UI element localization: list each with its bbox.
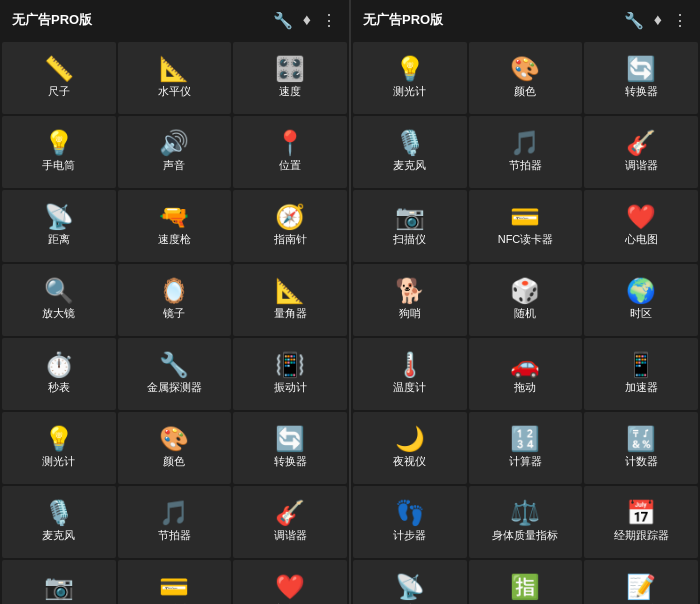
item-label: 秒表: [48, 381, 70, 394]
grid-item[interactable]: 📍 位置: [233, 116, 347, 188]
grid-item[interactable]: 📐 量角器: [233, 264, 347, 336]
right-panel: 无广告PRO版 🔧 ♦ ⋮ 💡 测光计 🎨 颜色 🔄 转换器 🎙️ 麦克风 🎵: [351, 0, 700, 604]
grid-item[interactable]: 🌙 夜视仪: [353, 412, 467, 484]
grid-item[interactable]: 🌡️ 温度计: [353, 338, 467, 410]
item-label: 转换器: [625, 85, 658, 98]
grid-item[interactable]: 💳 NFC读卡器: [118, 560, 232, 604]
item-label: 测光计: [393, 85, 426, 98]
grid-item[interactable]: 🎵 节拍器: [469, 116, 583, 188]
grid-item[interactable]: 🔄 转换器: [233, 412, 347, 484]
grid-item[interactable]: 🔢 计算器: [469, 412, 583, 484]
grid-item[interactable]: 💡 测光计: [353, 42, 467, 114]
grid-item[interactable]: 🐕 狗哨: [353, 264, 467, 336]
grid-item[interactable]: 🎙️ 麦克风: [2, 486, 116, 558]
left-panel: 无广告PRO版 🔧 ♦ ⋮ 📏 尺子 📐 水平仪 🎛️ 速度 💡 手电筒 🔊: [0, 0, 349, 604]
grid-item[interactable]: 🔣 计数器: [584, 412, 698, 484]
item-label: 测光计: [42, 455, 75, 468]
grid-item[interactable]: ⏱️ 秒表: [2, 338, 116, 410]
item-label: 振动计: [274, 381, 307, 394]
item-icon: 👣: [395, 501, 425, 525]
item-icon: 🈯: [510, 575, 540, 599]
grid-item[interactable]: 🔫 速度枪: [118, 190, 232, 262]
item-label: 节拍器: [158, 529, 191, 542]
grid-item[interactable]: 📡 测流仪: [353, 560, 467, 604]
grid-item[interactable]: 🎸 调谐器: [584, 116, 698, 188]
item-icon: 🔣: [626, 427, 656, 451]
right-diamond-icon[interactable]: ♦: [654, 11, 662, 29]
item-icon: 🎙️: [44, 501, 74, 525]
grid-item[interactable]: ❤️ 心电图: [584, 190, 698, 262]
item-label: 随机: [514, 307, 536, 320]
grid-item[interactable]: 🎲 随机: [469, 264, 583, 336]
left-grid: 📏 尺子 📐 水平仪 🎛️ 速度 💡 手电筒 🔊 声音 📍 位置 📡 距离: [0, 40, 349, 604]
item-icon: ⚖️: [510, 501, 540, 525]
item-icon: 🐕: [395, 279, 425, 303]
grid-item[interactable]: 🔧 金属探测器: [118, 338, 232, 410]
wrench-icon[interactable]: 🔧: [273, 11, 293, 30]
grid-item[interactable]: 📏 尺子: [2, 42, 116, 114]
item-label: 指南针: [274, 233, 307, 246]
grid-item[interactable]: 📡 距离: [2, 190, 116, 262]
right-more-icon[interactable]: ⋮: [672, 11, 688, 30]
grid-item[interactable]: 💡 手电筒: [2, 116, 116, 188]
item-icon: 💳: [510, 205, 540, 229]
grid-item[interactable]: 🎵 节拍器: [118, 486, 232, 558]
more-icon[interactable]: ⋮: [321, 11, 337, 30]
grid-item[interactable]: 🈯 翻译器: [469, 560, 583, 604]
item-icon: ❤️: [275, 575, 305, 599]
grid-item[interactable]: 📷 扫描仪: [353, 190, 467, 262]
grid-item[interactable]: 🎨 颜色: [118, 412, 232, 484]
grid-item[interactable]: 📅 经期跟踪器: [584, 486, 698, 558]
item-label: 速度: [279, 85, 301, 98]
grid-item[interactable]: 📳 振动计: [233, 338, 347, 410]
grid-item[interactable]: 📐 水平仪: [118, 42, 232, 114]
left-header: 无广告PRO版 🔧 ♦ ⋮: [0, 0, 349, 40]
grid-item[interactable]: 🧭 指南针: [233, 190, 347, 262]
grid-item[interactable]: 🪞 镜子: [118, 264, 232, 336]
item-icon: ⏱️: [44, 353, 74, 377]
item-icon: ❤️: [626, 205, 656, 229]
grid-item[interactable]: 👣 计步器: [353, 486, 467, 558]
grid-item[interactable]: 🔊 声音: [118, 116, 232, 188]
grid-item[interactable]: 💡 测光计: [2, 412, 116, 484]
item-icon: 🎨: [159, 427, 189, 451]
grid-item[interactable]: 💳 NFC读卡器: [469, 190, 583, 262]
grid-item[interactable]: ⚖️ 身体质量指标: [469, 486, 583, 558]
item-label: 温度计: [393, 381, 426, 394]
item-icon: 📡: [44, 205, 74, 229]
item-label: 计数器: [625, 455, 658, 468]
item-icon: 📱: [626, 353, 656, 377]
item-label: 夜视仪: [393, 455, 426, 468]
grid-item[interactable]: 🎛️ 速度: [233, 42, 347, 114]
grid-item[interactable]: 📱 加速器: [584, 338, 698, 410]
grid-item[interactable]: 🔍 放大镜: [2, 264, 116, 336]
item-label: 镜子: [163, 307, 185, 320]
item-label: 扫描仪: [393, 233, 426, 246]
grid-item[interactable]: 🎙️ 麦克风: [353, 116, 467, 188]
item-label: 尺子: [48, 85, 70, 98]
item-label: 身体质量指标: [492, 529, 558, 542]
item-label: 金属探测器: [147, 381, 202, 394]
grid-item[interactable]: 📷 扫描仪: [2, 560, 116, 604]
grid-item[interactable]: 🔄 转换器: [584, 42, 698, 114]
item-label: 距离: [48, 233, 70, 246]
item-label: 时区: [630, 307, 652, 320]
grid-item[interactable]: 📝 笔记本: [584, 560, 698, 604]
right-grid: 💡 测光计 🎨 颜色 🔄 转换器 🎙️ 麦克风 🎵 节拍器 🎸 调谐器 📷 扫描…: [351, 40, 700, 604]
left-header-icons: 🔧 ♦ ⋮: [273, 11, 337, 30]
grid-item[interactable]: 🚗 拖动: [469, 338, 583, 410]
item-icon: 🌍: [626, 279, 656, 303]
item-label: 量角器: [274, 307, 307, 320]
diamond-icon[interactable]: ♦: [303, 11, 311, 29]
right-wrench-icon[interactable]: 🔧: [624, 11, 644, 30]
item-label: 转换器: [274, 455, 307, 468]
grid-item[interactable]: ❤️ 心电图: [233, 560, 347, 604]
grid-item[interactable]: 🎸 调谐器: [233, 486, 347, 558]
item-label: 麦克风: [393, 159, 426, 172]
grid-item[interactable]: 🎨 颜色: [469, 42, 583, 114]
item-icon: 🎸: [275, 501, 305, 525]
item-icon: 📳: [275, 353, 305, 377]
grid-item[interactable]: 🌍 时区: [584, 264, 698, 336]
item-icon: 📏: [44, 57, 74, 81]
item-icon: 🎸: [626, 131, 656, 155]
